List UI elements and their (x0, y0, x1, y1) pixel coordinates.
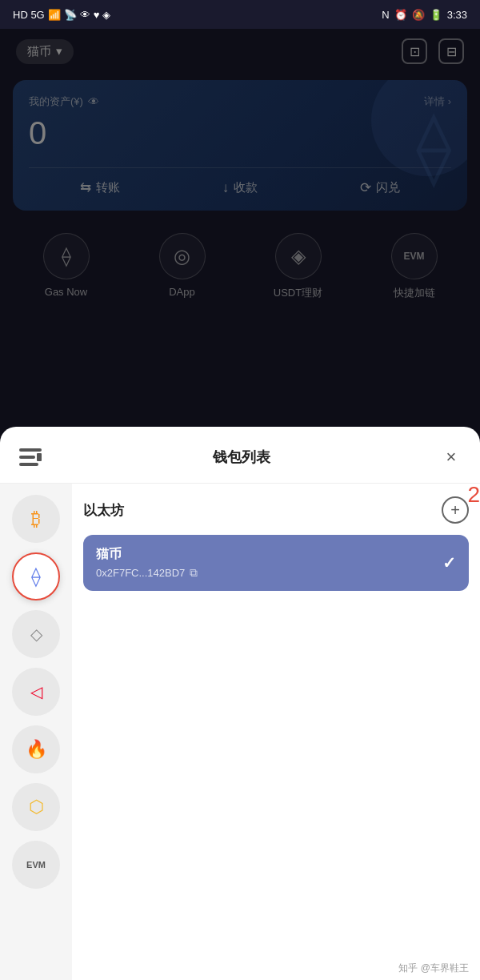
check-icon: ✓ (442, 553, 456, 572)
plus-icon: + (450, 501, 460, 520)
chain-sidebar: ₿ ⟠ ◇ ◁ 🔥 ⬡ EVM (0, 484, 72, 980)
alarm-icon: ⏰ (394, 9, 407, 21)
app-background: 猫币 ▾ ⊡ ⊟ ⟠ 我的资产(¥) 👁 详情 › 0 ⇆ 转账 ↓ (0, 29, 480, 980)
signal-icon: 📶 (48, 9, 61, 21)
chain-item-amber[interactable]: 🔥 (12, 725, 60, 773)
wallet-item[interactable]: 猫币 0x2F7FC...142BD7 ⧉ ✓ (83, 535, 469, 591)
misc-icon: ◈ (102, 9, 110, 21)
watermark: 知乎 @车界鞋王 (398, 962, 469, 975)
address-text: 0x2F7FC...142BD7 (96, 567, 185, 579)
sheet-header: 钱包列表 × (0, 427, 480, 484)
close-button[interactable]: × (438, 444, 464, 470)
wallet-address: 0x2F7FC...142BD7 ⧉ (96, 566, 442, 580)
apt-icon: ◇ (30, 625, 42, 644)
btc-icon: ₿ (31, 508, 41, 530)
svg-rect-3 (37, 453, 42, 461)
carrier-label: HD 5G (13, 9, 45, 21)
copy-icon[interactable]: ⧉ (190, 566, 198, 580)
wifi-icon: 📡 (64, 9, 77, 21)
nfc-icon: N (382, 9, 389, 21)
chain-item-evm[interactable]: EVM (12, 841, 60, 889)
svg-rect-0 (19, 448, 42, 452)
trx-icon: ◁ (30, 682, 42, 701)
amber-icon: 🔥 (26, 739, 47, 760)
status-bar: HD 5G 📶 📡 👁 ♥ ◈ N ⏰ 🔕 🔋 3:33 (0, 0, 480, 29)
annotation-number: 2 (467, 482, 480, 508)
eth-icon: ⟠ (31, 565, 41, 588)
wallet-name: 猫币 (96, 546, 442, 563)
status-left: HD 5G 📶 📡 👁 ♥ ◈ (13, 9, 110, 21)
eye-icon: 👁 (80, 9, 90, 21)
svg-rect-2 (19, 463, 38, 466)
time-display: 3:33 (447, 9, 467, 21)
sheet-header-icon (16, 443, 45, 472)
sheet-body: ₿ ⟠ ◇ ◁ 🔥 ⬡ EVM (0, 484, 480, 980)
sheet-title: 钱包列表 (213, 448, 270, 467)
battery-icon: 🔋 (430, 9, 442, 21)
chain-name: 以太坊 (83, 501, 124, 520)
add-wallet-button[interactable]: + (442, 496, 469, 524)
chain-item-apt[interactable]: ◇ (12, 610, 60, 658)
chain-item-btc[interactable]: ₿ (12, 495, 60, 543)
wallet-list-sheet: 钱包列表 × ₿ ⟠ ◇ ◁ 🔥 (0, 427, 480, 980)
chain-item-eth[interactable]: ⟠ (12, 552, 60, 600)
health-icon: ♥ (94, 9, 100, 21)
status-right: N ⏰ 🔕 🔋 3:33 (382, 9, 467, 21)
bnb-icon: ⬡ (29, 797, 44, 817)
svg-rect-1 (19, 456, 35, 459)
chain-item-bnb[interactable]: ⬡ (12, 783, 60, 831)
chain-item-trx[interactable]: ◁ (12, 668, 60, 716)
chain-content: 以太坊 + 2 猫币 0x2F7FC...142BD7 ⧉ (72, 484, 480, 980)
add-btn-container: + 2 (442, 496, 469, 524)
evm-chain-icon: EVM (26, 860, 46, 870)
wallet-info: 猫币 0x2F7FC...142BD7 ⧉ (96, 546, 442, 580)
mute-icon: 🔕 (412, 9, 425, 21)
chain-header: 以太坊 + 2 (83, 496, 469, 524)
